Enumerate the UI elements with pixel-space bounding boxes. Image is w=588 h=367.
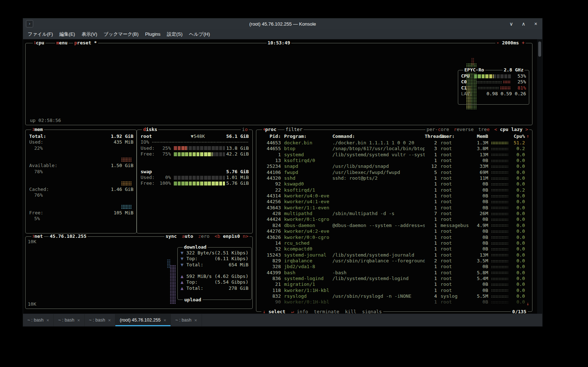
mem-box-title: 2mem	[31, 127, 44, 132]
process-row[interactable]: 829irqbalance/usr/sbin/irqbalance --fore…	[260, 258, 529, 264]
net-zero-button[interactable]: zero	[198, 233, 209, 239]
window-title: (root) 45.76.102.255 — Konsole	[23, 21, 542, 27]
process-mem: 26M	[472, 211, 488, 217]
process-user: root	[437, 299, 472, 305]
process-cpu: 0.0	[510, 223, 525, 228]
interval-minus-button[interactable]: -	[496, 40, 499, 45]
mem-stat-value: 435 MiB	[114, 139, 133, 145]
menu-item[interactable]: Plugins	[142, 29, 164, 39]
terminal-area[interactable]: 1cpu menu preset * 10:53:49 - 2000ms + E…	[23, 39, 542, 315]
process-program: snapd	[281, 163, 332, 169]
process-row[interactable]: 13ksoftirqd/01root0B0.0	[260, 158, 529, 163]
col-command[interactable]: Command:	[332, 134, 425, 139]
maximize-icon[interactable]: ∧	[521, 21, 526, 27]
process-row[interactable]: 44653docker.bin./docker.bin 1.1.1.1 1 0 …	[260, 140, 529, 146]
process-row[interactable]: 44320sshdsshd: root@pts/21root11M0.0	[260, 175, 529, 181]
close-icon[interactable]: ×	[533, 21, 539, 27]
mem-total-label: Total:	[29, 134, 111, 139]
process-row[interactable]: 92kswapd01root0B0.0	[260, 181, 529, 187]
tab-bash-session[interactable]: ~ : bash×	[85, 314, 115, 326]
process-row[interactable]: 832rsyslogd/usr/sbin/rsyslogd -n -iNONE4…	[260, 293, 529, 299]
col-user[interactable]: User:	[437, 134, 472, 139]
tab-close-icon[interactable]: ×	[194, 318, 197, 323]
filter-button[interactable]: filter	[284, 127, 304, 132]
col-pid[interactable]: Pid:	[260, 134, 281, 139]
process-command	[332, 193, 425, 199]
tab-close-icon[interactable]: ×	[164, 318, 167, 323]
tab-bash-session[interactable]: ~ : bash×	[54, 314, 84, 326]
io-mode-button[interactable]: io	[241, 127, 249, 132]
reverse-button[interactable]: reverse	[454, 127, 474, 132]
process-row[interactable]: 32kcompactd01root0B0.0	[260, 246, 529, 252]
process-row[interactable]: 44399bash-bash1root5.8M0.0	[260, 270, 529, 276]
preset-button[interactable]: preset *	[73, 40, 98, 46]
net-stat-name: Total:	[186, 285, 229, 291]
process-row[interactable]: 22ksoftirqd/11root0B0.2	[260, 187, 529, 193]
tree-button[interactable]: tree	[478, 127, 490, 132]
process-row[interactable]: 44276kworker/u4:2-eve1root0B0.0	[260, 228, 529, 234]
process-row[interactable]: 836systemd-logind/lib/systemd/systemd-lo…	[260, 276, 529, 281]
mem-total-value: 1.92 GiB	[111, 134, 133, 139]
menu-item[interactable]: ファイル(F)	[25, 29, 56, 39]
tab-bash-session[interactable]: ~ : bash×	[171, 314, 202, 326]
disk-usage-label: Used:	[141, 145, 158, 151]
tab-close-icon[interactable]: ×	[47, 318, 49, 323]
col-cpu[interactable]: Cpu%	[510, 134, 525, 139]
process-row[interactable]: 328jbd2/vda1-81root0B0.0	[260, 264, 529, 270]
menu-item[interactable]: ブックマーク(B)	[101, 29, 142, 39]
process-row[interactable]: 1systemd/lib/systemd/systemd vultr --sys…	[260, 152, 529, 158]
menu-button[interactable]: menu	[55, 40, 68, 46]
process-row[interactable]: 90kworker/0:1H-kbl1root0B0.0	[260, 299, 529, 305]
net-interface-switch[interactable]: <b enp1s0 n>	[215, 233, 248, 239]
download-arrow-icon: ▼	[181, 256, 186, 262]
menu-item[interactable]: 設定(S)	[164, 29, 186, 39]
scroll-up-indicator[interactable]: ↑	[525, 134, 529, 139]
mem-stat-percent-row: 76%	[29, 192, 133, 198]
net-sync-button[interactable]: sync	[165, 233, 177, 239]
sort-prev-button[interactable]: <	[494, 127, 497, 132]
tab-close-icon[interactable]: ×	[108, 318, 111, 323]
disk-usage-row: Used:0%1.01 MiB	[141, 175, 249, 180]
disk-io-rate: ▼548K	[169, 134, 226, 139]
process-row[interactable]: 44314kworker/u4:0-eve1root0B0.0	[260, 193, 529, 199]
process-row[interactable]: 43626kworker/0:0-cgro1root0B0.0	[260, 235, 529, 240]
menu-item[interactable]: ヘルプ(H)	[186, 29, 213, 39]
process-row[interactable]: 15243systemd-journal/lib/systemd/systemd…	[260, 252, 529, 258]
core0-graph-dots	[476, 81, 502, 83]
process-row[interactable]: 44106fwupd/usr/libexec/fwupd/fwupd5root6…	[260, 170, 529, 175]
col-threads[interactable]: Threads:	[425, 134, 437, 139]
menu-item[interactable]: 編集(E)	[56, 29, 78, 39]
tab-close-icon[interactable]: ×	[77, 318, 80, 323]
col-program[interactable]: Program:	[281, 134, 332, 139]
disk-io-label: IO%	[141, 139, 149, 145]
process-row[interactable]: 21migration/11root0B0.0	[260, 281, 529, 287]
sort-next-button[interactable]: >	[525, 127, 528, 132]
scroll-down-indicator[interactable]: ↓	[526, 301, 529, 306]
process-row[interactable]: 14rcu_sched1root0B0.0	[260, 240, 529, 246]
process-row[interactable]: 118kworker/1:1H-kbl1root0B0.0	[260, 288, 529, 293]
process-row[interactable]: 44655btop/snap/btop/617/usr/local/bin/bt…	[260, 146, 529, 152]
process-command: /usr/sbin/rsyslogd -n -iNONE	[332, 293, 425, 299]
tab-bash-session[interactable]: ~ : bash×	[23, 314, 54, 326]
process-row[interactable]: 428multipathd/sbin/multipathd -d -s7root…	[260, 211, 529, 217]
disk-size: 56.1 GiB	[226, 134, 249, 139]
process-row[interactable]: 25234snapd/usr/lib/snapd/snapd12root33M0…	[260, 163, 529, 169]
process-threads: 1	[425, 152, 437, 158]
process-mem: 0B	[472, 264, 488, 270]
process-row[interactable]: 44424kworker/0:1-cgro1root0B0.0	[260, 217, 529, 222]
per-core-button[interactable]: per-core	[426, 127, 449, 132]
terminal-scrollbar[interactable]	[537, 39, 542, 315]
menu-item[interactable]: 表示(V)	[78, 29, 100, 39]
minimize-icon[interactable]: ∨	[508, 21, 514, 27]
interval-plus-button[interactable]: +	[522, 40, 525, 45]
net-auto-button[interactable]: auto	[182, 233, 193, 239]
process-mem: 33M	[472, 163, 488, 169]
col-mem[interactable]: MemB	[472, 134, 488, 139]
scrollbar-thumb[interactable]	[538, 41, 541, 57]
disk-usage-label: Free:	[141, 180, 158, 186]
process-row[interactable]: 43643kworker/1:1-even1root0B0.0	[260, 205, 529, 211]
process-row[interactable]: 824dbus-daemon@dbus-daemon --system --ad…	[260, 223, 529, 228]
tab-active-session[interactable]: (root) 45.76.102.255×	[115, 314, 171, 326]
process-row[interactable]: 44256kworker/u4:1-eve1root0B0.0	[260, 199, 529, 205]
net-upload-graph-dots	[170, 265, 176, 304]
